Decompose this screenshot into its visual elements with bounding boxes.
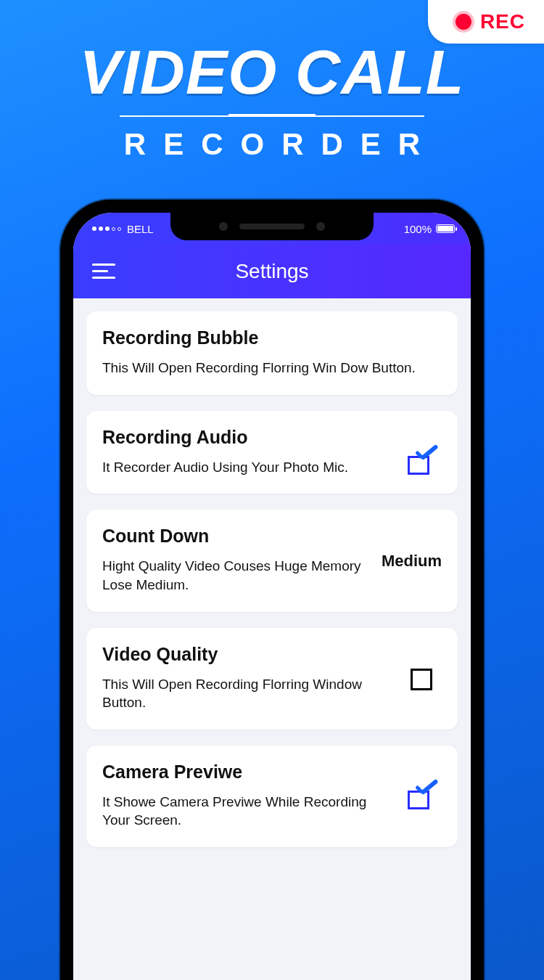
checkbox-checked-icon[interactable]: [408, 786, 435, 809]
setting-recording-bubble[interactable]: Recording Bubble This Will Open Recordin…: [86, 311, 458, 395]
setting-value[interactable]: Medium: [382, 526, 442, 571]
setting-count-down[interactable]: Count Down Hight Quality Video Couses Hu…: [86, 510, 458, 611]
battery-icon: [436, 224, 455, 233]
setting-desc: This Will Open Recording Florring Window…: [102, 675, 391, 712]
page-title: Settings: [92, 260, 452, 283]
menu-icon[interactable]: [92, 264, 115, 279]
rec-label: REC: [480, 10, 525, 33]
setting-title: Video Quality: [102, 644, 391, 665]
record-icon: [456, 14, 471, 30]
hero-subtitle: RECORDER: [0, 127, 544, 162]
checkbox-empty-icon[interactable]: [411, 669, 432, 690]
setting-title: Recording Audio: [102, 427, 391, 448]
setting-desc: It Recorder Audio Using Your Photo Mic.: [102, 458, 391, 477]
setting-title: Camera Previwe: [102, 761, 391, 783]
setting-desc: Hight Quality Video Couses Huge Memory L…: [102, 557, 371, 594]
settings-list: Recording Bubble This Will Open Recordin…: [73, 298, 471, 847]
phone-notch: [170, 213, 374, 240]
signal-icon: [92, 226, 121, 231]
setting-desc: It Showe Camera Previwe While Recording …: [102, 793, 391, 830]
carrier-label: BELL: [127, 223, 154, 235]
setting-desc: This Will Open Recording Florring Win Do…: [102, 359, 442, 377]
rec-badge: REC: [428, 0, 544, 44]
hero-divider: [120, 115, 424, 117]
setting-title: Recording Bubble: [102, 327, 442, 348]
phone-frame: BELL 100% Settings Recording Bubble This…: [60, 200, 484, 980]
status-left: BELL: [92, 223, 154, 235]
status-right: 100%: [404, 223, 455, 235]
checkbox-checked-icon[interactable]: [408, 452, 435, 475]
setting-title: Count Down: [102, 526, 371, 547]
setting-recording-audio[interactable]: Recording Audio It Recorder Audio Using …: [86, 411, 458, 494]
battery-label: 100%: [404, 223, 432, 235]
app-bar: Settings: [73, 245, 471, 298]
phone-screen: BELL 100% Settings Recording Bubble This…: [73, 213, 471, 980]
setting-video-quality[interactable]: Video Quality This Will Open Recording F…: [86, 628, 458, 730]
setting-camera-preview[interactable]: Camera Previwe It Showe Camera Previwe W…: [86, 746, 458, 847]
hero-title: VIDEO CALL: [0, 36, 544, 108]
